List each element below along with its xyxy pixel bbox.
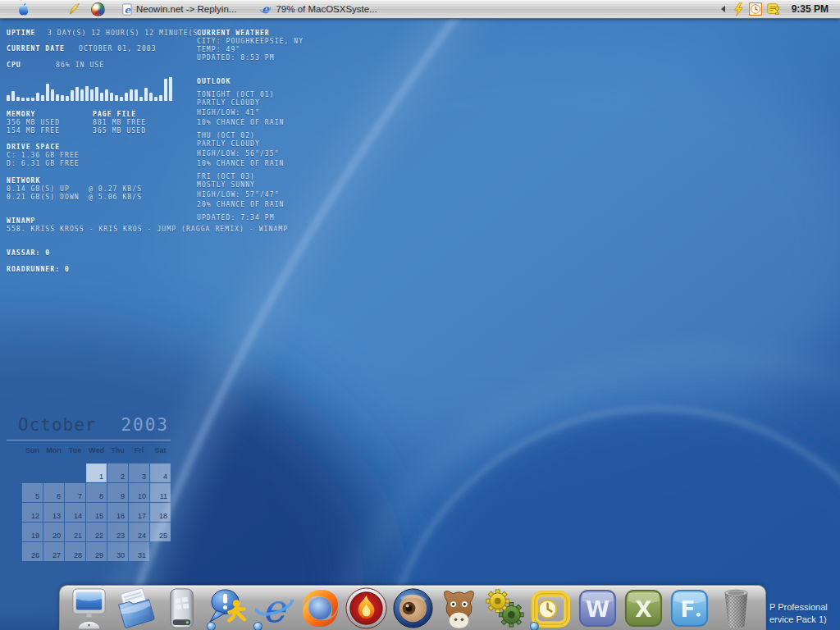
- cpu-bar: [61, 95, 64, 102]
- svg-text:e: e: [262, 3, 270, 16]
- cpu-bar: [95, 87, 98, 101]
- calendar-year: 2003: [121, 415, 169, 435]
- calendar-day[interactable]: 27: [43, 542, 64, 561]
- calendar-day[interactable]: 12: [22, 503, 43, 522]
- calendar-day[interactable]: 25: [150, 523, 171, 541]
- word-icon[interactable]: W: [576, 587, 619, 630]
- internet-explorer-icon[interactable]: e: [253, 587, 296, 630]
- calendar-day-header: Fri: [129, 444, 149, 457]
- calendar-day[interactable]: 20: [43, 523, 64, 541]
- calendar-day[interactable]: 5: [22, 483, 43, 502]
- emule-icon[interactable]: [437, 587, 481, 630]
- calendar-day[interactable]: 13: [43, 503, 64, 522]
- cpu-bar: [51, 89, 54, 101]
- clock-tray-icon[interactable]: [749, 2, 762, 16]
- calendar-day[interactable]: 8: [86, 483, 107, 502]
- feather-icon[interactable]: [68, 1, 81, 17]
- lightning-icon[interactable]: [733, 2, 744, 16]
- cpu-bar: [144, 88, 148, 101]
- calendar-day[interactable]: 3: [129, 463, 149, 482]
- cpu-bar: [71, 90, 74, 101]
- windows-version-watermark: P Professional ervice Pack 1): [769, 601, 828, 626]
- calendar-day[interactable]: 29: [86, 542, 107, 561]
- calendar-day[interactable]: 10: [129, 483, 149, 502]
- cpu-bar: [7, 95, 10, 102]
- menubar-clock[interactable]: 9:35 PM: [792, 3, 829, 15]
- my-computer-icon[interactable]: [67, 587, 111, 630]
- calendar-day[interactable]: 23: [107, 523, 128, 541]
- calendar-month: October: [18, 415, 97, 435]
- calendar-day[interactable]: 15: [86, 503, 107, 522]
- svg-text:W: W: [586, 596, 609, 622]
- calendar-day[interactable]: 26: [22, 542, 43, 561]
- calendar-day[interactable]: 18: [150, 503, 171, 522]
- calendar-day[interactable]: 1: [86, 463, 107, 482]
- messenger-icon[interactable]: [767, 2, 780, 16]
- recycle-bin-icon[interactable]: [714, 587, 758, 630]
- frontpage-icon[interactable]: F: [668, 587, 711, 630]
- cpu-bar: [41, 95, 44, 102]
- cpu-bar: [31, 98, 34, 102]
- cpu-bar: [135, 89, 138, 101]
- cpu-bar: [105, 89, 108, 101]
- hard-drive-icon[interactable]: [160, 587, 203, 630]
- cpu-bar: [26, 98, 30, 101]
- calendar-day[interactable]: 24: [129, 523, 149, 541]
- cpu-bar: [80, 89, 84, 101]
- gears-utility-icon[interactable]: [483, 587, 527, 630]
- roadrunner-counter: ROADRUNNER: 0: [7, 266, 351, 274]
- vassar-counter: VASSAR: 0: [7, 249, 351, 258]
- calendar-empty-cell: [65, 463, 85, 482]
- svg-text:e: e: [125, 3, 131, 15]
- taskbar-item-download[interactable]: e 79% of MacOSXSyste...: [259, 1, 377, 17]
- apple-menu-icon[interactable]: [18, 1, 30, 17]
- cpu-bar: [164, 79, 167, 101]
- firebird-icon[interactable]: [299, 587, 342, 630]
- cpu-bar: [130, 89, 133, 101]
- cpu-bar: [46, 84, 49, 101]
- svg-text:F: F: [681, 596, 696, 622]
- ie-icon: e: [259, 1, 272, 17]
- calendar-empty-cell: [43, 463, 64, 482]
- svg-text:X: X: [635, 596, 651, 622]
- taskbar-item-neowin[interactable]: e Neowin.net -> Replyin...: [120, 1, 236, 17]
- sphere-icon[interactable]: [91, 1, 105, 17]
- fireburner-icon[interactable]: [345, 587, 388, 630]
- calendar-day[interactable]: 22: [86, 523, 107, 541]
- running-indicator: [530, 622, 539, 630]
- calendar-day[interactable]: 14: [65, 503, 85, 522]
- cpu-bar: [125, 93, 128, 101]
- aim-icon[interactable]: [206, 587, 249, 630]
- cpu-bar: [149, 93, 153, 101]
- my-documents-icon[interactable]: [114, 587, 158, 630]
- cpu-bar: [11, 91, 15, 101]
- clonecd-eye-icon[interactable]: [391, 587, 435, 630]
- cpu-bar: [21, 98, 25, 101]
- calendar-day[interactable]: 19: [22, 523, 43, 541]
- calendar-day[interactable]: 21: [65, 523, 85, 541]
- calendar-day[interactable]: 28: [65, 542, 85, 561]
- calendar-day[interactable]: 4: [150, 463, 171, 482]
- menubar: e Neowin.net -> Replyin... e 79% of MacO…: [0, 0, 840, 19]
- calendar-day[interactable]: 9: [107, 483, 128, 502]
- calendar-day[interactable]: 11: [150, 483, 171, 502]
- calendar-day[interactable]: 30: [107, 542, 128, 561]
- outlook-thu: THU (OCT 02) PARTLY CLOUDY HIGH/LOW: 56°…: [197, 132, 361, 168]
- calendar-day[interactable]: 31: [129, 542, 149, 561]
- outlook-tonight: TONIGHT (OCT 01) PARTLY CLOUDY HIGH/LOW:…: [197, 91, 361, 127]
- calendar-day-header: Thu: [107, 444, 128, 457]
- scheduler-icon[interactable]: [529, 587, 573, 630]
- ie-document-icon: e: [120, 1, 132, 17]
- cpu-bar: [110, 93, 113, 101]
- collapse-arrow-icon[interactable]: [721, 6, 725, 12]
- task-label: 79% of MacOSXSyste...: [276, 4, 377, 14]
- running-indicator: [207, 622, 216, 630]
- calendar-day[interactable]: 16: [107, 503, 128, 522]
- calendar-day[interactable]: 6: [43, 483, 64, 502]
- calendar-day[interactable]: 2: [107, 463, 128, 482]
- calendar-day[interactable]: 7: [65, 483, 85, 502]
- excel-icon[interactable]: X: [622, 587, 665, 630]
- calendar-day[interactable]: 17: [129, 503, 149, 522]
- cpu-bar: [36, 93, 39, 101]
- calendar-day-header: Wed: [86, 444, 107, 457]
